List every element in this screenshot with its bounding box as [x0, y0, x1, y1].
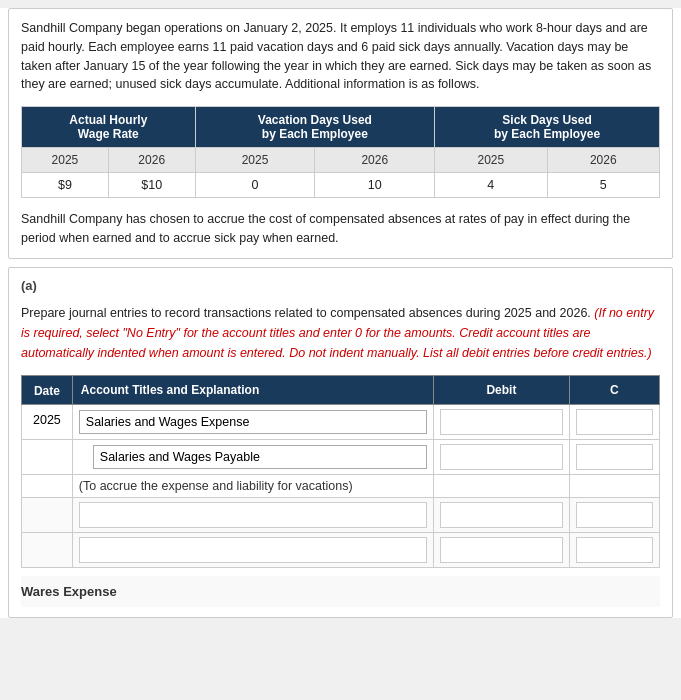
account-input-2[interactable]: [93, 445, 427, 469]
credit-input-e1[interactable]: [576, 502, 653, 528]
header-sick: Sick Days Usedby Each Employee: [435, 107, 660, 148]
debit-cell-note: [434, 474, 570, 497]
wares-expense-label: Wares Expense: [21, 584, 117, 599]
journal-table: Date Account Titles and Explanation Debi…: [21, 375, 660, 568]
description-section: Sandhill Company began operations on Jan…: [8, 8, 673, 259]
date-empty-e1: [22, 497, 73, 532]
data-row: $9 $10 0 10 4 5: [22, 173, 660, 198]
account-cell-2: [72, 439, 433, 474]
debit-cell-2: [434, 439, 570, 474]
account-cell-e2: [72, 532, 433, 567]
data-table: Actual HourlyWage Rate Vacation Days Use…: [21, 106, 660, 198]
credit-input-2[interactable]: [576, 444, 653, 470]
journal-header-row: Date Account Titles and Explanation Debi…: [22, 375, 660, 404]
date-empty-2: [22, 439, 73, 474]
date-empty-note: [22, 474, 73, 497]
credit-cell-2: [569, 439, 659, 474]
debit-input-1[interactable]: [440, 409, 563, 435]
val-sick-2025: 4: [435, 173, 547, 198]
date-2025: 2025: [22, 404, 73, 439]
wares-expense-row: Wares Expense: [21, 576, 660, 607]
sub-2026-wage: 2026: [108, 148, 195, 173]
journal-row-1: 2025: [22, 404, 660, 439]
header-date: Date: [22, 375, 73, 404]
header-credit: C: [569, 375, 659, 404]
description-text: Sandhill Company began operations on Jan…: [21, 19, 660, 94]
credit-cell-e1: [569, 497, 659, 532]
debit-input-e1[interactable]: [440, 502, 563, 528]
account-cell-e1: [72, 497, 433, 532]
header-wage: Actual HourlyWage Rate: [22, 107, 196, 148]
debit-cell-e2: [434, 532, 570, 567]
instruction-text: Prepare journal entries to record transa…: [21, 303, 660, 363]
sub-2026-vac: 2026: [315, 148, 435, 173]
journal-row-extra-1: [22, 497, 660, 532]
credit-input-1[interactable]: [576, 409, 653, 435]
credit-cell-note: [569, 474, 659, 497]
header-vacation: Vacation Days Usedby Each Employee: [195, 107, 435, 148]
journal-row-extra-2: [22, 532, 660, 567]
note-text: Sandhill Company has chosen to accrue th…: [21, 210, 660, 248]
account-cell-1: [72, 404, 433, 439]
credit-cell-1: [569, 404, 659, 439]
part-a-section: (a) Prepare journal entries to record tr…: [8, 267, 673, 618]
debit-input-2[interactable]: [440, 444, 563, 470]
account-input-e1[interactable]: [79, 502, 427, 528]
header-account: Account Titles and Explanation: [72, 375, 433, 404]
val-vac-2025: 0: [195, 173, 315, 198]
main-container: Sandhill Company began operations on Jan…: [0, 8, 681, 618]
debit-cell-e1: [434, 497, 570, 532]
journal-row-2: [22, 439, 660, 474]
subheader-row: 2025 2026 2025 2026 2025 2026: [22, 148, 660, 173]
accrue-note-text: (To accrue the expense and liability for…: [72, 474, 433, 497]
credit-cell-e2: [569, 532, 659, 567]
sub-2026-sick: 2026: [547, 148, 659, 173]
account-input-1[interactable]: [79, 410, 427, 434]
debit-cell-1: [434, 404, 570, 439]
sub-2025-vac: 2025: [195, 148, 315, 173]
date-empty-e2: [22, 532, 73, 567]
account-input-e2[interactable]: [79, 537, 427, 563]
header-debit: Debit: [434, 375, 570, 404]
debit-input-e2[interactable]: [440, 537, 563, 563]
sub-2025-sick: 2025: [435, 148, 547, 173]
val-wage-2026: $10: [108, 173, 195, 198]
credit-input-e2[interactable]: [576, 537, 653, 563]
journal-row-note: (To accrue the expense and liability for…: [22, 474, 660, 497]
instruction-normal: Prepare journal entries to record transa…: [21, 306, 591, 320]
val-sick-2026: 5: [547, 173, 659, 198]
val-wage-2025: $9: [22, 173, 109, 198]
part-a-label: (a): [21, 278, 660, 293]
sub-2025-wage: 2025: [22, 148, 109, 173]
val-vac-2026: 10: [315, 173, 435, 198]
